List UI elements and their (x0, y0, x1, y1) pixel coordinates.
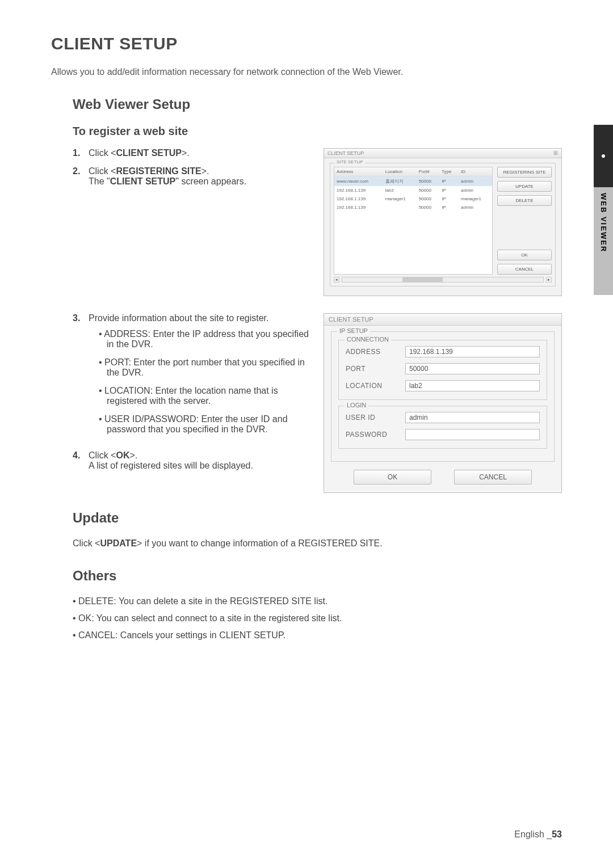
step-3-num: 3. (73, 313, 84, 443)
side-tab-text: WEB VIEWER (599, 193, 608, 252)
section-others: Others (73, 568, 562, 584)
step-3: 3. Provide information about the site to… (73, 313, 312, 443)
dialog-titlebar: CLIENT SETUP ☒ (324, 149, 561, 158)
list-item: USER ID/PASSWORD: Enter the user ID and … (99, 414, 312, 435)
dialog-title-text: CLIENT SETUP (328, 150, 364, 156)
list-item: PORT: Enter the port number that you spe… (99, 357, 312, 378)
userid-field[interactable]: admin (405, 412, 540, 423)
table-cell: IP (439, 186, 459, 195)
table-cell: 50000 (417, 195, 439, 203)
table-cell: lab2 (383, 186, 417, 195)
table-cell: IP (439, 203, 459, 212)
ip-setup-group: IP SETUP CONNECTION ADDRESS 192.168.1.13… (331, 331, 555, 462)
scroll-left-icon[interactable]: ◂ (334, 277, 339, 283)
list-item: CANCEL: Cancels your settings in CLIENT … (73, 630, 562, 641)
table-cell: 192.168.1.139 (334, 186, 383, 195)
step-2-body: Click <REGISTERING SITE>. The "CLIENT SE… (89, 166, 312, 187)
login-legend: LOGIN (345, 402, 368, 408)
step-1-num: 1. (73, 148, 84, 158)
client-setup-dialog: CLIENT SETUP ☒ SITE SETUP AddressLocatio… (324, 148, 562, 296)
table-header[interactable]: Port# (417, 167, 439, 176)
section-update: Update (73, 510, 562, 526)
scroll-right-icon[interactable]: ▸ (546, 277, 552, 283)
table-cell: manager1 (459, 195, 492, 203)
footer-page: 53 (552, 829, 562, 839)
side-tab: ● WEB VIEWER (594, 125, 613, 295)
side-tab-dot: ● (594, 125, 613, 187)
step-2-num: 2. (73, 166, 84, 187)
step-2: 2. Click <REGISTERING SITE>. The "CLIENT… (73, 166, 312, 187)
site-setup-group: SITE SETUP AddressLocationPort#TypeID ww… (330, 163, 556, 286)
ip-cancel-button[interactable]: CANCEL (454, 470, 532, 484)
update-button[interactable]: UPDATE (497, 181, 552, 192)
table-row[interactable]: www.naver.com홈페이지50000IPadmin (334, 176, 492, 187)
close-icon[interactable]: ☒ (553, 150, 558, 156)
connection-group: CONNECTION ADDRESS 192.168.1.139 PORT 50… (338, 340, 547, 400)
footer-lang: English (514, 829, 544, 839)
horizontal-scrollbar[interactable]: ◂ ▸ (334, 277, 552, 283)
ip-setup-dialog: CLIENT SETUP IP SETUP CONNECTION ADDRESS… (324, 313, 562, 493)
subsection-register: To register a web site (73, 125, 562, 138)
intro-text: Allows you to add/edit information neces… (51, 67, 562, 77)
connection-legend: CONNECTION (345, 336, 391, 343)
table-cell: admin (459, 176, 492, 187)
table-cell: IP (439, 176, 459, 187)
table-cell: IP (439, 195, 459, 203)
table-cell: 50000 (417, 186, 439, 195)
table-cell: 192.168.1.139 (334, 195, 383, 203)
table-cell: admin (459, 203, 492, 212)
password-field[interactable] (405, 429, 540, 440)
scroll-track[interactable] (342, 277, 544, 283)
list-item: OK: You can select and connect to a site… (73, 613, 562, 623)
scroll-thumb[interactable] (402, 277, 443, 282)
delete-button[interactable]: DELETE (497, 195, 552, 206)
table-row[interactable]: 192.168.1.139manager150000IPmanager1 (334, 195, 492, 203)
port-label: PORT (346, 365, 400, 373)
ok-button[interactable]: OK (497, 250, 552, 260)
ip-ok-button[interactable]: OK (354, 470, 431, 484)
table-header[interactable]: ID (459, 167, 492, 176)
table-header[interactable]: Location (383, 167, 417, 176)
update-text: Click <UPDATE> if you want to change inf… (73, 538, 562, 549)
page-footer: English _53 (514, 829, 562, 840)
table-header[interactable]: Type (439, 167, 459, 176)
page-title: CLIENT SETUP (51, 34, 562, 53)
list-item: DELETE: You can delete a site in the REG… (73, 596, 562, 606)
address-field[interactable]: 192.168.1.139 (405, 346, 540, 357)
site-table[interactable]: AddressLocationPort#TypeID www.naver.com… (334, 167, 493, 275)
location-field[interactable]: lab2 (405, 380, 540, 391)
address-label: ADDRESS (346, 348, 400, 356)
registering-site-button[interactable]: REGISTERING SITE (497, 167, 552, 178)
step-3-body: Provide information about the site to re… (89, 313, 312, 443)
cancel-button[interactable]: CANCEL (497, 264, 552, 275)
table-row[interactable]: 192.168.1.13950000IPadmin (334, 203, 492, 212)
password-label: PASSWORD (346, 431, 400, 439)
table-cell: 50000 (417, 203, 439, 212)
step-1: 1. Click <CLIENT SETUP>. (73, 148, 312, 158)
port-field[interactable]: 50000 (405, 363, 540, 374)
side-dot-glyph: ● (599, 151, 608, 161)
ip-setup-legend: IP SETUP (337, 327, 370, 334)
section-web-viewer-setup: Web Viewer Setup (73, 96, 562, 112)
side-tab-label: WEB VIEWER (594, 187, 613, 295)
list-item: LOCATION: Enter the location name that i… (99, 386, 312, 406)
step-4-num: 4. (73, 450, 84, 471)
step-4: 4. Click <OK>. A list of registered site… (73, 450, 312, 471)
table-cell: manager1 (383, 195, 417, 203)
step-4-body: Click <OK>. A list of registered sites w… (89, 450, 312, 471)
table-cell: www.naver.com (334, 176, 383, 187)
location-label: LOCATION (346, 382, 400, 390)
list-item: ADDRESS: Enter the IP address that you s… (99, 329, 312, 349)
step-1-body: Click <CLIENT SETUP>. (89, 148, 312, 158)
table-header[interactable]: Address (334, 167, 383, 176)
login-group: LOGIN USER ID admin PASSWORD (338, 406, 547, 449)
ip-setup-titlebar: CLIENT SETUP (324, 314, 561, 326)
table-cell (383, 203, 417, 212)
table-cell: admin (459, 186, 492, 195)
site-setup-legend: SITE SETUP (335, 159, 365, 165)
table-row[interactable]: 192.168.1.139lab250000IPadmin (334, 186, 492, 195)
userid-label: USER ID (346, 414, 400, 422)
table-cell: 50000 (417, 176, 439, 187)
table-cell: 홈페이지 (383, 176, 417, 187)
table-cell: 192.168.1.139 (334, 203, 383, 212)
